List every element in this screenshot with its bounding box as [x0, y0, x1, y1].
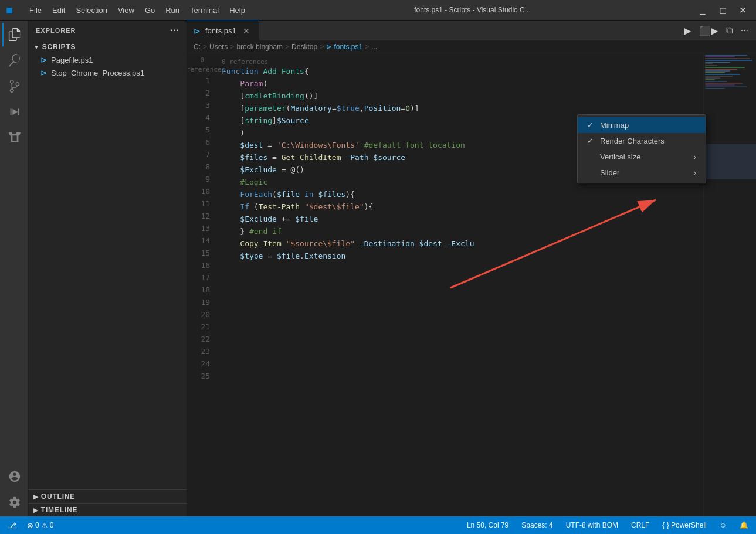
timeline-header[interactable]: ▶ TIMELINE: [29, 504, 187, 516]
menu-entry-vertical-size[interactable]: ✓ Vertical size ›: [578, 149, 706, 165]
code-line-18: ForEach($file in $files){: [216, 188, 703, 200]
menu-entry-minimap-label: Minimap: [600, 121, 696, 130]
status-branch[interactable]: ⎇: [5, 520, 19, 531]
ps-file-icon-2: ⊳: [40, 68, 48, 77]
check-icon-render: ✓: [587, 137, 595, 145]
code-line-20: $Exclude += $file: [216, 213, 703, 225]
explorer-item-label: Pagefile.ps1: [51, 56, 93, 64]
code-line-25: $type = $file.Extension: [216, 250, 703, 262]
status-errors[interactable]: ⊗ 0 ⚠ 0: [24, 520, 56, 531]
tab-close-button[interactable]: ✕: [241, 26, 252, 36]
main-layout: EXPLORER ··· ▼ SCRIPTS ⊳ Pagefile.ps1 ⊳ …: [0, 21, 756, 516]
minimap-lines: [704, 53, 756, 91]
status-bar: ⎇ ⊗ 0 ⚠ 0 Ln 50, Col 79 Spaces: 4 UTF-8 …: [0, 516, 756, 534]
minimap: [703, 53, 756, 516]
code-line-21: } #end if: [216, 225, 703, 237]
close-button[interactable]: ✕: [735, 2, 750, 18]
warning-count: 0: [50, 521, 54, 529]
more-actions-button[interactable]: ···: [738, 23, 751, 38]
line-num-14: 14: [187, 234, 210, 247]
line-num-22: 22: [187, 333, 210, 345]
split-editor-button[interactable]: ⧉: [723, 23, 735, 38]
line-num-12: 12: [187, 210, 210, 222]
outline-header[interactable]: ▶ OUTLINE: [29, 490, 187, 503]
tab-file-icon: ⊳: [194, 26, 201, 36]
maximize-button[interactable]: ◻: [715, 2, 730, 18]
line-num-8: 8: [187, 161, 210, 173]
breadcrumb-more: ...: [371, 43, 377, 51]
debug-run-button[interactable]: ⬛▶: [696, 23, 721, 38]
line-num-7: 7: [187, 148, 210, 161]
ref-line: 0 references: [187, 56, 210, 74]
line-num-1: 1: [187, 74, 210, 87]
menu-entry-minimap[interactable]: ✓ Minimap: [578, 117, 706, 133]
breadcrumb-user: brock.bingham: [236, 43, 283, 51]
code-line-1: Function Add-Fonts{: [216, 65, 703, 77]
title-bar: ■ File Edit Selection View Go Run Termin…: [0, 0, 756, 21]
menu-edit[interactable]: Edit: [48, 4, 70, 17]
window-title: fonts.ps1 - Scripts - Visual Studio C...: [259, 6, 686, 14]
activity-source-control[interactable]: [2, 74, 26, 98]
menu-selection[interactable]: Selection: [71, 4, 111, 17]
line-num-17: 17: [187, 271, 210, 284]
line-num-25: 25: [187, 370, 210, 382]
menu-view[interactable]: View: [113, 4, 139, 17]
explorer-item-pagefile[interactable]: ⊳ Pagefile.ps1: [29, 53, 187, 66]
line-num-4: 4: [187, 111, 210, 124]
code-line-19: If (Test-Path "$dest\$file"){: [216, 200, 703, 213]
activity-extensions[interactable]: [2, 126, 26, 149]
no-check-slider: ✓: [587, 168, 595, 177]
activity-run[interactable]: [2, 100, 26, 124]
menu-terminal[interactable]: Terminal: [185, 4, 223, 17]
status-position[interactable]: Ln 50, Col 79: [464, 520, 511, 530]
line-numbers: 0 references 1 2 3 4 5 6 7 8 9 10 11 12 …: [187, 53, 216, 516]
line-num-18: 18: [187, 284, 210, 296]
status-language[interactable]: { } PowerShell: [659, 520, 709, 530]
error-icon: ⊗: [27, 521, 33, 530]
line-num-11: 11: [187, 198, 210, 210]
status-bell[interactable]: 🔔: [737, 520, 751, 530]
menu-run[interactable]: Run: [161, 4, 184, 17]
activity-bar: [0, 21, 28, 516]
status-line-ending[interactable]: CRLF: [628, 520, 652, 530]
line-num-10: 10: [187, 185, 210, 198]
code-line-23: Copy-Item "$source\$file" -Destination $…: [216, 237, 703, 250]
line-num-21: 21: [187, 321, 210, 333]
menu-help[interactable]: Help: [225, 4, 250, 17]
bell-icon: 🔔: [740, 521, 748, 529]
branch-icon: ⎇: [8, 521, 16, 530]
scripts-chevron: ▼: [33, 44, 40, 50]
activity-settings[interactable]: [2, 491, 26, 514]
explorer-item-stop-chrome[interactable]: ⊳ Stop_Chrome_Process.ps1: [29, 66, 187, 79]
explorer-header: EXPLORER ···: [29, 21, 187, 40]
spaces-label: Spaces: 4: [521, 521, 552, 529]
outline-section: ▶ OUTLINE: [29, 489, 187, 503]
minimize-button[interactable]: ⎯: [695, 2, 710, 18]
menu-entry-slider[interactable]: ✓ Slider ›: [578, 165, 706, 181]
line-num-15: 15: [187, 247, 210, 259]
explorer-item-label-2: Stop_Chrome_Process.ps1: [51, 69, 144, 77]
code-line-3: [cmdletBinding()]: [216, 90, 703, 102]
line-num-24: 24: [187, 358, 210, 370]
breadcrumb: C: > Users > brock.bingham > Desktop > ⊳…: [187, 41, 756, 53]
status-feedback[interactable]: ☺: [717, 520, 730, 530]
activity-account[interactable]: [2, 465, 26, 488]
explorer-more-button[interactable]: ···: [170, 25, 179, 36]
menu-go[interactable]: Go: [140, 4, 160, 17]
status-spaces[interactable]: Spaces: 4: [518, 520, 555, 530]
encoding-label: UTF-8 with BOM: [566, 521, 618, 529]
scripts-section-header[interactable]: ▼ SCRIPTS: [29, 40, 187, 53]
status-encoding[interactable]: UTF-8 with BOM: [563, 520, 621, 530]
tab-fonts-ps1[interactable]: ⊳ fonts.ps1 ✕: [187, 21, 259, 41]
run-button[interactable]: ▶: [681, 23, 694, 38]
activity-search[interactable]: [2, 49, 26, 72]
line-num-19: 19: [187, 296, 210, 308]
explorer-sidebar: EXPLORER ··· ▼ SCRIPTS ⊳ Pagefile.ps1 ⊳ …: [28, 21, 187, 516]
menu-file[interactable]: File: [25, 4, 46, 17]
menu-entry-render-chars[interactable]: ✓ Render Characters: [578, 133, 706, 149]
no-check-vertical: ✓: [587, 152, 595, 161]
activity-explorer[interactable]: [2, 23, 26, 46]
editor-area: ⊳ fonts.ps1 ✕ ▶ ⬛▶ ⧉ ··· C: > Users > br…: [187, 21, 756, 516]
line-num-5: 5: [187, 124, 210, 136]
check-icon-minimap: ✓: [587, 121, 595, 130]
